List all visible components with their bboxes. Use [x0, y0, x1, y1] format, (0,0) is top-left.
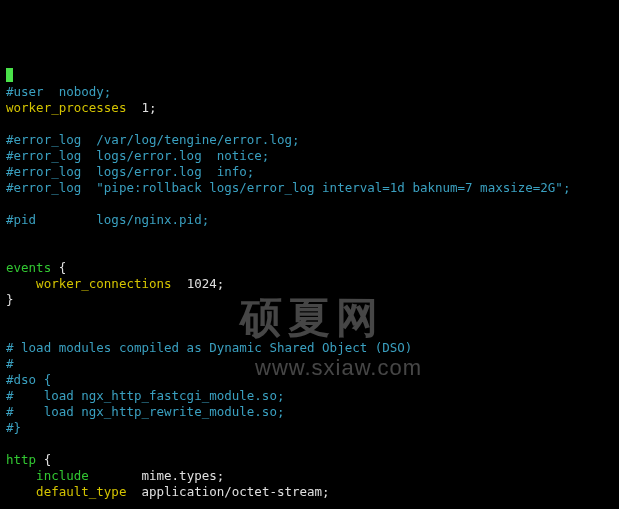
code-content: #user nobody; worker_processes 1; #error…: [6, 68, 613, 509]
code-editor[interactable]: 硕夏网 www.sxiaw.com #user nobody; worker_p…: [0, 0, 619, 509]
